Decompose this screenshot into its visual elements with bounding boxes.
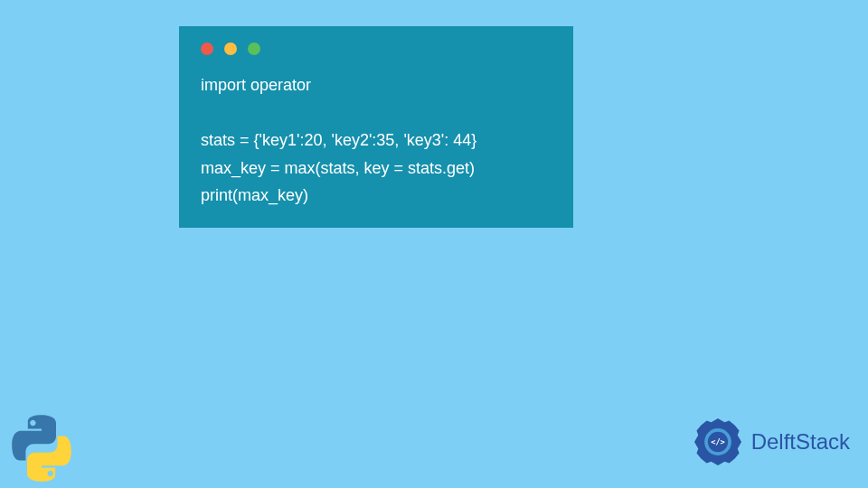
close-icon (201, 42, 213, 55)
brand-logo: </> DelftStack (690, 414, 850, 470)
maximize-icon (248, 42, 260, 55)
brand-name: DelftStack (751, 429, 850, 455)
code-window: import operator stats = {'key1':20, 'key… (179, 26, 573, 228)
minimize-icon (224, 42, 237, 55)
svg-text:</>: </> (711, 437, 725, 446)
python-logo-icon (5, 412, 78, 484)
code-block: import operator stats = {'key1':20, 'key… (201, 71, 552, 210)
window-controls (201, 42, 552, 55)
delftstack-icon: </> (690, 414, 746, 470)
